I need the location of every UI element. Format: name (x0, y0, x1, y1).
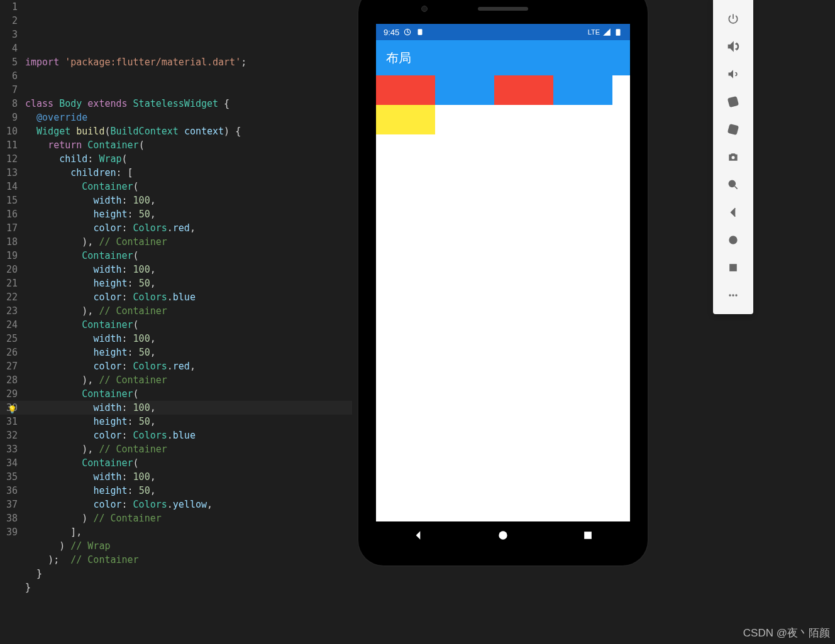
code-line[interactable]: ], (25, 525, 352, 539)
line-number: 32 (0, 428, 18, 442)
code-line[interactable]: height: 50, (25, 207, 352, 221)
container-box (494, 75, 553, 105)
line-number: 18 (0, 235, 18, 249)
line-number: 29 (0, 387, 18, 401)
code-line[interactable]: Container( (25, 318, 352, 332)
line-number: 11 (0, 138, 18, 152)
nav-overview-button[interactable] (582, 529, 594, 544)
app-title: 布局 (386, 50, 411, 67)
zoom-icon[interactable] (718, 171, 748, 199)
code-line[interactable]: height: 50, (25, 415, 352, 428)
code-line[interactable]: width: 100, (25, 194, 352, 207)
code-line[interactable]: import 'package:flutter/material.dart'; (25, 55, 352, 69)
code-editor[interactable]: 1234567891011121314151617181920212223242… (0, 0, 352, 644)
code-line[interactable]: width: 100, (25, 332, 352, 346)
code-line[interactable]: height: 50, (25, 484, 352, 498)
more-icon[interactable] (718, 281, 748, 309)
line-number: 20 (0, 263, 18, 276)
code-line[interactable]: ); // Container (25, 553, 352, 567)
line-number: 13 (0, 166, 18, 180)
code-line[interactable]: } (25, 567, 352, 581)
code-line[interactable]: color: Colors.blue (25, 290, 352, 304)
code-line[interactable]: ), // Container (25, 373, 352, 387)
line-number: 25 (0, 332, 18, 346)
code-line[interactable]: color: Colors.red, (25, 221, 352, 235)
volume-down-icon[interactable] (718, 60, 748, 88)
code-area[interactable]: 💡 import 'package:flutter/material.dart'… (25, 0, 352, 644)
line-number: 26 (0, 346, 18, 359)
emulator-toolbar (713, 0, 753, 314)
svg-rect-11 (730, 265, 736, 271)
line-number: 31 (0, 415, 18, 428)
code-line[interactable]: ), // Container (25, 235, 352, 249)
svg-point-13 (732, 294, 734, 296)
code-line[interactable]: height: 50, (25, 346, 352, 359)
nav-home-button[interactable] (497, 529, 509, 544)
svg-point-10 (729, 236, 737, 244)
rotate-right-icon[interactable] (718, 116, 748, 143)
phone-speaker (478, 7, 528, 11)
line-number: 17 (0, 221, 18, 235)
app-body[interactable] (376, 75, 630, 521)
line-number: 1 (0, 0, 18, 14)
power-icon[interactable] (718, 5, 748, 33)
code-line[interactable]: color: Colors.red, (25, 359, 352, 373)
code-line[interactable]: width: 100, (25, 263, 352, 276)
nav-back-button[interactable] (412, 529, 424, 544)
flutter-debug-icon (403, 28, 412, 36)
line-number: 3 (0, 28, 18, 41)
code-line[interactable]: ), // Container (25, 442, 352, 456)
back-icon[interactable] (718, 199, 748, 226)
line-number: 10 (0, 124, 18, 138)
line-number: 2 (0, 14, 18, 28)
code-line[interactable] (25, 69, 352, 83)
code-line[interactable]: Container( (25, 456, 352, 470)
line-number: 27 (0, 359, 18, 373)
code-line[interactable]: height: 50, (25, 276, 352, 290)
volume-up-icon[interactable] (718, 33, 748, 60)
code-line[interactable]: child: Wrap( (25, 152, 352, 166)
code-line[interactable]: Container( (25, 249, 352, 263)
code-line[interactable]: return Container( (25, 138, 352, 152)
line-number: 16 (0, 207, 18, 221)
line-number: 7 (0, 83, 18, 97)
code-line[interactable]: Widget build(BuildContext context) { (25, 124, 352, 138)
status-bar: 9:45 LTE (376, 24, 630, 40)
code-line[interactable]: class Body extends StatelessWidget { (25, 97, 352, 111)
code-line[interactable]: ), // Container (25, 304, 352, 318)
code-line[interactable]: ) // Container (25, 511, 352, 525)
code-line[interactable]: Container( (25, 180, 352, 194)
line-number: 34 (0, 456, 18, 470)
line-number: 23 (0, 304, 18, 318)
status-time: 9:45 (384, 28, 399, 37)
app-bar: 布局 (376, 40, 630, 75)
code-line[interactable]: children: [ (25, 166, 352, 180)
overview-icon[interactable] (718, 254, 748, 281)
container-box (376, 105, 435, 134)
code-line[interactable]: color: Colors.blue (25, 428, 352, 442)
line-number: 22 (0, 290, 18, 304)
line-number: 19 (0, 249, 18, 263)
line-number: 12 (0, 152, 18, 166)
code-line[interactable]: @override (25, 111, 352, 124)
line-number: 15 (0, 194, 18, 207)
code-line[interactable]: } (25, 581, 352, 594)
line-number: 5 (0, 55, 18, 69)
lightbulb-icon[interactable]: 💡 (8, 403, 17, 417)
watermark: CSDN @夜丶陌颜 (743, 626, 830, 640)
home-icon[interactable] (718, 226, 748, 254)
svg-point-7 (732, 156, 735, 159)
code-line[interactable]: color: Colors.yellow, (25, 498, 352, 511)
sim-icon (416, 28, 424, 36)
code-line[interactable]: Container( (25, 387, 352, 401)
screenshot-icon[interactable] (718, 143, 748, 171)
code-line[interactable]: ) // Wrap (25, 539, 352, 553)
line-number: 39 (0, 525, 18, 539)
rotate-left-icon[interactable] (718, 88, 748, 116)
status-network: LTE (588, 28, 600, 36)
line-number: 6 (0, 69, 18, 83)
android-nav-bar (376, 521, 630, 552)
code-line[interactable] (25, 83, 352, 97)
phone-screen[interactable]: 9:45 LTE 布局 (376, 24, 630, 521)
code-line[interactable]: width: 100, (25, 470, 352, 484)
